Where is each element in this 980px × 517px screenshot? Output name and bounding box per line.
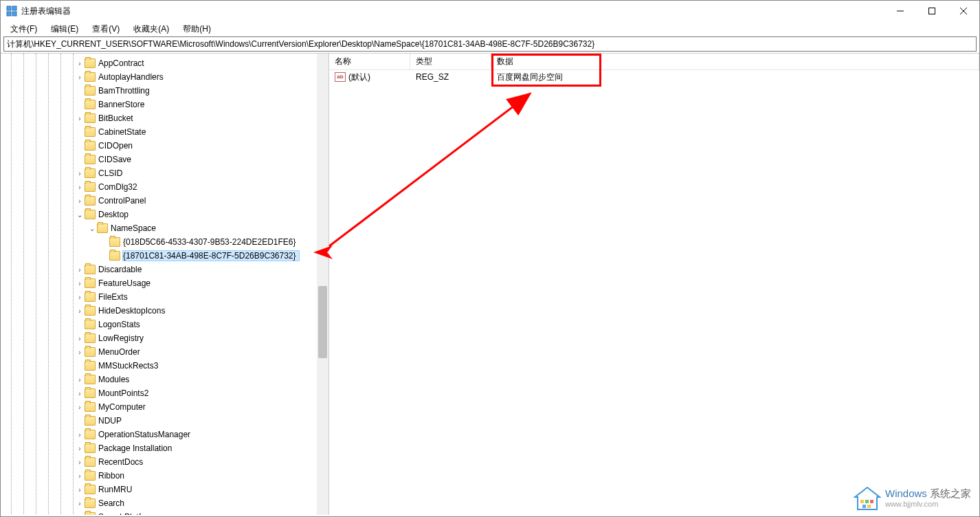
chevron-right-icon[interactable]: › [75, 74, 85, 81]
tree-item[interactable]: ⌄NameSpace [1, 221, 328, 235]
tree-item[interactable]: ›SearchPlatform [1, 510, 328, 515]
chevron-right-icon[interactable]: › [75, 349, 85, 356]
tree-item[interactable]: ›Discardable [1, 263, 328, 276]
tree-item-label: FeatureUsage [98, 278, 153, 288]
chevron-right-icon[interactable]: › [75, 266, 85, 274]
tree-item[interactable]: ›AutoplayHandlers [1, 70, 328, 84]
list-pane: 名称 类型 数据 ab(默认)REG_SZ百度网盘同步空间 [329, 54, 979, 515]
tree[interactable]: ›AppContract›AutoplayHandlersBamThrottli… [1, 54, 328, 515]
list-row[interactable]: ab(默认)REG_SZ百度网盘同步空间 [329, 70, 979, 84]
chevron-right-icon[interactable]: › [75, 335, 85, 342]
tree-item[interactable]: ›RecentDocs [1, 455, 328, 469]
tree-item-label: LogonStats [98, 320, 143, 329]
chevron-right-icon[interactable]: › [75, 486, 85, 494]
tree-item[interactable]: ›BitBucket [1, 111, 328, 125]
tree-item-label: RecentDocs [98, 457, 146, 467]
chevron-right-icon[interactable]: › [75, 431, 85, 439]
chevron-right-icon[interactable]: › [75, 404, 85, 411]
chevron-right-icon[interactable]: › [75, 60, 85, 67]
folder-icon [85, 402, 96, 412]
tree-item[interactable]: {018D5C66-4533-4307-9B53-224DE2ED1FE6} [1, 235, 328, 249]
svg-rect-2 [7, 12, 11, 16]
tree-item[interactable]: ›LowRegistry [1, 331, 328, 345]
chevron-right-icon[interactable]: › [75, 184, 85, 191]
tree-item[interactable]: ›FeatureUsage [1, 276, 328, 290]
tree-item[interactable]: ›Ribbon [1, 469, 328, 483]
tree-item[interactable]: ›HideDesktopIcons [1, 304, 328, 318]
chevron-right-icon[interactable]: › [75, 376, 85, 384]
svg-rect-12 [862, 505, 866, 508]
tree-item-label: ControlPanel [98, 196, 148, 206]
folder-icon [85, 388, 96, 398]
list-body: ab(默认)REG_SZ百度网盘同步空间 [329, 70, 979, 84]
tree-item[interactable]: LogonStats [1, 318, 328, 331]
chevron-right-icon[interactable]: › [75, 459, 85, 466]
tree-item[interactable]: ›RunMRU [1, 483, 328, 496]
tree-item[interactable]: BannerStore [1, 98, 328, 111]
tree-item[interactable]: ›MenuOrder [1, 345, 328, 359]
tree-item[interactable]: ›ComDlg32 [1, 180, 328, 194]
tree-item[interactable]: CIDSave [1, 153, 328, 166]
chevron-right-icon[interactable]: › [75, 197, 85, 205]
titlebar: 注册表编辑器 [1, 1, 979, 21]
minimize-button[interactable] [884, 1, 916, 21]
chevron-right-icon[interactable]: › [75, 472, 85, 480]
tree-item[interactable]: ⌄Desktop [1, 208, 328, 221]
tree-item[interactable]: ›Package Installation [1, 441, 328, 455]
window-title: 注册表编辑器 [21, 6, 71, 17]
tree-item[interactable]: {18701C81-34AB-498E-8C7F-5D26B9C36732} [1, 249, 328, 263]
menu-help[interactable]: 帮助(H) [177, 22, 216, 36]
folder-icon [85, 100, 96, 109]
chevron-right-icon[interactable]: › [75, 294, 85, 301]
folder-icon [85, 361, 96, 371]
menu-edit[interactable]: 编辑(E) [45, 22, 84, 36]
tree-item[interactable]: ›MyComputer [1, 400, 328, 414]
column-header-data[interactable]: 数据 [491, 54, 979, 69]
chevron-right-icon[interactable]: › [75, 115, 85, 122]
chevron-right-icon[interactable]: › [75, 390, 85, 397]
close-button[interactable] [948, 1, 979, 21]
tree-item[interactable]: MMStuckRects3 [1, 359, 328, 373]
column-header-type[interactable]: 类型 [410, 54, 491, 69]
tree-item-label: CLSID [98, 168, 125, 178]
maximize-button[interactable] [916, 1, 948, 21]
chevron-right-icon[interactable]: › [75, 514, 85, 516]
chevron-right-icon[interactable]: › [75, 307, 85, 315]
tree-scrollbar-thumb[interactable] [318, 286, 327, 358]
tree-item[interactable]: ›Modules [1, 373, 328, 386]
tree-item-label: FileExts [98, 292, 131, 302]
tree-item[interactable]: ›MountPoints2 [1, 386, 328, 400]
folder-icon [85, 265, 96, 274]
tree-item[interactable]: ›FileExts [1, 290, 328, 304]
chevron-right-icon[interactable]: › [75, 445, 85, 452]
tree-item[interactable]: CabinetState [1, 125, 328, 139]
tree-item[interactable]: ›ControlPanel [1, 194, 328, 208]
regedit-icon [6, 6, 17, 16]
menu-file[interactable]: 文件(F) [5, 22, 43, 36]
column-header-name[interactable]: 名称 [329, 54, 410, 69]
tree-scrollbar[interactable] [317, 54, 328, 515]
menu-favorites[interactable]: 收藏夹(A) [128, 22, 175, 36]
tree-item[interactable]: ›CLSID [1, 166, 328, 180]
reg-string-icon: ab [335, 72, 346, 82]
tree-item-label: Package Installation [98, 443, 175, 453]
chevron-right-icon[interactable]: › [75, 170, 85, 177]
value-type: REG_SZ [410, 72, 491, 82]
tree-item[interactable]: ›OperationStatusManager [1, 428, 328, 441]
chevron-down-icon[interactable]: ⌄ [75, 211, 85, 219]
chevron-right-icon[interactable]: › [75, 500, 85, 507]
address-bar[interactable]: 计算机\HKEY_CURRENT_USER\SOFTWARE\Microsoft… [3, 36, 977, 52]
chevron-down-icon[interactable]: ⌄ [87, 225, 97, 232]
menu-view[interactable]: 查看(V) [87, 22, 125, 36]
tree-item[interactable]: ›AppContract [1, 56, 328, 70]
tree-item[interactable]: BamThrottling [1, 84, 328, 98]
watermark: Windows 系统之家 www.bjjmlv.com [854, 486, 971, 511]
folder-icon [85, 443, 96, 453]
window-controls [884, 1, 979, 21]
tree-item[interactable]: CIDOpen [1, 139, 328, 153]
folder-icon [85, 512, 96, 515]
tree-item[interactable]: NDUP [1, 414, 328, 428]
content: ›AppContract›AutoplayHandlersBamThrottli… [1, 53, 979, 515]
tree-item[interactable]: ›Search [1, 496, 328, 510]
chevron-right-icon[interactable]: › [75, 280, 85, 287]
